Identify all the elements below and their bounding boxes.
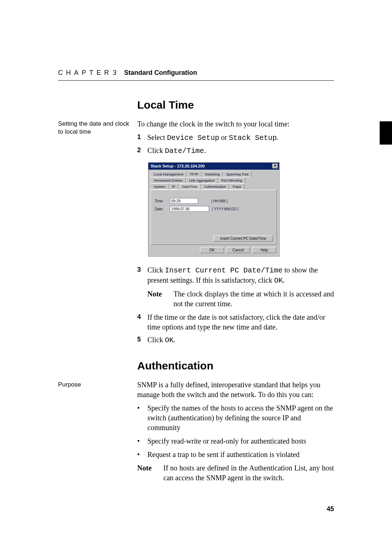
tab-spanning-tree[interactable]: Spanning Tree xyxy=(223,171,252,177)
dialog-panel: Time: [ HH:MM ] Date: [ YYYY.MM.DD ] Ins… xyxy=(151,190,277,245)
step-text: Click OK. xyxy=(147,335,334,345)
step-text: Click Date/Time. xyxy=(147,146,334,156)
dialog-buttons: OK Cancel Help xyxy=(148,247,279,256)
bullet-text: Request a trap to be sent if authenticat… xyxy=(147,450,334,460)
help-button[interactable]: Help xyxy=(252,247,276,253)
thumb-tab xyxy=(380,121,392,145)
chapter-title: Standard Configuration xyxy=(124,69,197,77)
dialog-tabs: Local Management TFTP Switching Spanning… xyxy=(148,170,279,190)
time-input[interactable] xyxy=(170,198,198,204)
time-label: Time: xyxy=(155,199,167,203)
local-time-intro: To change the clock in the switch to you… xyxy=(137,119,334,129)
authentication-heading: Authentication xyxy=(137,360,334,372)
running-header: CHAPTER 3 Standard Configuration xyxy=(58,69,334,81)
note-label: Note xyxy=(137,463,163,483)
content: Local Time Setting the date and clock to… xyxy=(58,99,334,486)
authentication-note: Note If no hosts are defined in the Auth… xyxy=(137,463,334,483)
authentication-bullets: •Specify the names of the hosts to acces… xyxy=(137,403,334,460)
note-body: If no hosts are defined in the Authentic… xyxy=(163,463,334,483)
tab-date-time[interactable]: Date/Time xyxy=(179,183,201,190)
bullet-dot: • xyxy=(137,436,147,446)
step-number: 4 xyxy=(137,312,147,332)
local-time-margin-note: Setting the date and clock to local time xyxy=(58,119,137,380)
tab-ip[interactable]: IP xyxy=(169,183,179,190)
local-time-heading: Local Time xyxy=(137,99,334,111)
tab-permanent-entries[interactable]: Permanent Entries xyxy=(151,177,186,183)
step-text: Select Device Setup or Stack Setup. xyxy=(147,133,334,143)
insert-current-pc-datetime-button[interactable]: Insert Current PC Date/Time xyxy=(213,235,273,242)
close-button[interactable]: ✕ xyxy=(272,163,278,169)
date-label: Date: xyxy=(155,207,167,211)
step-text: Click Insert Current PC Date/Time to sho… xyxy=(147,265,334,286)
cancel-button[interactable]: Cancel xyxy=(226,247,250,253)
note-body: The clock displays the time at which it … xyxy=(173,289,334,309)
bullet-text: Specify the names of the hosts to access… xyxy=(147,403,334,433)
steps-top: 1 Select Device Setup or Stack Setup. 2 … xyxy=(137,133,334,156)
date-hint: [ YYYY.MM.DD ] xyxy=(212,207,238,211)
authentication-margin-note: Purpose xyxy=(58,380,137,486)
ok-button[interactable]: OK xyxy=(200,247,224,253)
time-hint: [ HH:MM ] xyxy=(211,199,228,203)
tab-system[interactable]: System xyxy=(151,183,169,190)
step-number: 2 xyxy=(137,146,147,156)
steps-bottom: 3 Click Insert Current PC Date/Time to s… xyxy=(137,265,334,286)
chapter-word: CHAPTER xyxy=(58,69,112,77)
step-number: 5 xyxy=(137,335,147,345)
tab-traps[interactable]: Traps xyxy=(229,183,244,190)
note-label: Note xyxy=(147,289,173,309)
step-number: 1 xyxy=(137,133,147,143)
stack-setup-dialog: Stack Setup - 172.20.104.200 ✕ Local Man… xyxy=(148,162,279,256)
tab-local-management[interactable]: Local Management xyxy=(151,171,187,177)
dialog-titlebar: Stack Setup - 172.20.104.200 ✕ xyxy=(148,163,279,170)
page-number: 45 xyxy=(327,505,334,513)
tab-link-aggregation[interactable]: Link Aggregation xyxy=(186,177,218,183)
tab-tftp[interactable]: TFTP xyxy=(187,171,202,177)
date-input[interactable] xyxy=(170,206,209,212)
page: CHAPTER 3 Standard Configuration Local T… xyxy=(0,0,392,542)
dialog-title: Stack Setup - 172.20.104.200 xyxy=(151,164,205,168)
chapter-number: 3 xyxy=(113,69,118,77)
tab-switching[interactable]: Switching xyxy=(202,171,223,177)
authentication-intro: SNMP is a fully defined, interoperative … xyxy=(137,380,334,400)
steps-bottom-cont: 4 If the time or the date is not satisfa… xyxy=(137,312,334,345)
bullet-dot: • xyxy=(137,403,147,433)
step-number: 3 xyxy=(137,265,147,286)
bullet-text: Specify read-write or read-only for auth… xyxy=(147,436,334,446)
tab-port-mirroring[interactable]: Port Mirroring xyxy=(218,177,245,183)
bullet-dot: • xyxy=(137,450,147,460)
step-text: If the time or the date is not satisfact… xyxy=(147,312,334,332)
tab-authentication[interactable]: Authentication xyxy=(201,183,229,190)
step3-note: Note The clock displays the time at whic… xyxy=(147,289,334,309)
